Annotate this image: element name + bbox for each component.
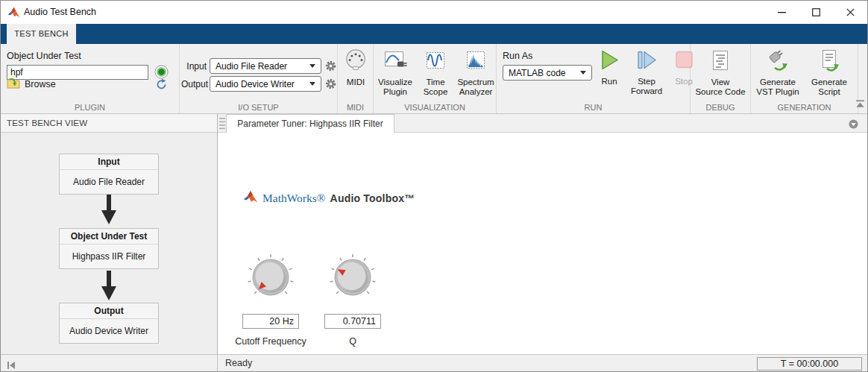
parameter-tuner-panel: Parameter Tuner: Highpass IIR Filter Mat… [218, 114, 867, 354]
generate-vst-plugin-button[interactable]: Generate VST Plugin [751, 44, 805, 98]
source-code-document-icon [708, 48, 732, 78]
run-as-dropdown[interactable]: MATLAB code [503, 65, 592, 81]
status-text: Ready [225, 358, 252, 368]
generate-script-button[interactable]: Generate Script [805, 44, 854, 98]
run-button[interactable]: Run [592, 44, 626, 97]
browse-button[interactable]: Browse [7, 78, 56, 91]
cutoff-frequency-value-input[interactable] [242, 314, 299, 329]
mathworks-logo-icon [243, 189, 258, 207]
section-io-setup: Input Audio File Reader Output Audio Dev… [180, 44, 338, 113]
time-scope-label-line1: Time [426, 78, 444, 88]
generate-vst-label-line2: VST Plugin [756, 87, 799, 98]
brand-row: MathWorks® Audio Toolbox™ [243, 189, 415, 207]
panel-actions-button[interactable] [849, 119, 858, 132]
close-button[interactable] [833, 1, 867, 24]
product-name: Audio Toolbox™ [330, 192, 415, 204]
q-value-input[interactable] [324, 314, 381, 329]
parameter-tuner-content: MathWorks® Audio Toolbox™ [218, 133, 867, 354]
matlab-logo-icon [7, 6, 20, 22]
section-label-run: RUN [497, 103, 690, 112]
chevron-down-icon [309, 82, 315, 86]
time-scope-icon [424, 48, 447, 78]
tab-test-bench[interactable]: TEST BENCH [7, 24, 76, 44]
browse-label: Browse [25, 79, 56, 89]
input-settings-gear-icon[interactable] [325, 60, 336, 75]
section-run: Run As MATLAB code Run [497, 44, 691, 113]
output-dropdown[interactable]: Audio Device Writer [210, 76, 321, 92]
object-under-test-block-body: Highpass IIR Filter [60, 245, 158, 268]
maximize-button[interactable] [799, 1, 833, 24]
generate-vst-plugin-icon [765, 48, 790, 78]
collapse-toolstrip-button[interactable] [855, 98, 865, 111]
visualize-plugin-label-line1: Visualize [378, 78, 412, 88]
output-block-header: Output [60, 303, 158, 319]
step-forward-label-line2: Forward [631, 86, 662, 97]
input-block[interactable]: Input Audio File Reader [59, 154, 159, 195]
step-forward-label-line1: Step [638, 77, 655, 87]
section-label-generation: GENERATION [751, 103, 858, 112]
visualize-plugin-icon [383, 48, 407, 78]
section-debug: View Source Code DEBUG [691, 44, 751, 113]
status-bar-left-cell [1, 355, 218, 372]
section-label-visualization: VISUALIZATION [374, 103, 496, 112]
section-label-io-setup: I/O SETUP [180, 103, 337, 112]
generate-vst-label-line1: Generate [760, 78, 796, 88]
title-bar: Audio Test Bench [1, 1, 867, 24]
run-as-label: Run As [503, 51, 532, 61]
midi-connector-icon [345, 48, 367, 78]
chevron-down-icon [309, 64, 315, 68]
browse-folder-icon [7, 78, 20, 91]
cutoff-frequency-knob[interactable] [246, 253, 295, 302]
spectrum-analyzer-label-line1: Spectrum [457, 78, 494, 88]
collapse-panel-icon[interactable] [7, 359, 16, 372]
reset-button[interactable] [155, 78, 168, 93]
input-block-body: Audio File Reader [60, 170, 158, 194]
input-block-header: Input [60, 154, 158, 170]
minimize-button[interactable] [764, 1, 799, 24]
time-scope-label-line2: Scope [424, 87, 448, 98]
section-visualization: Visualize Plugin Time Scope [374, 44, 497, 113]
flow-arrow-down-icon [101, 195, 117, 227]
tab-parameter-tuner[interactable]: Parameter Tuner: Highpass IIR Filter [226, 114, 394, 133]
window-title: Audio Test Bench [24, 7, 96, 17]
section-generation: Generate VST Plugin Ge [751, 44, 858, 113]
simulation-timer: T = 00:00.000 [757, 357, 862, 371]
audio-test-bench-window: Audio Test Bench TEST BENCH Object Under… [0, 0, 868, 372]
flow-arrow-down-icon [101, 271, 117, 303]
output-settings-gear-icon[interactable] [325, 78, 336, 92]
q-knob[interactable] [328, 253, 377, 302]
midi-button-label: MIDI [347, 78, 365, 88]
object-under-test-block[interactable]: Object Under Test Highpass IIR Filter [59, 228, 159, 269]
view-source-label-line2: Source Code [695, 87, 745, 98]
input-dropdown-value: Audio File Reader [216, 61, 305, 72]
output-block-body: Audio Device Writer [60, 319, 158, 343]
visualize-plugin-button[interactable]: Visualize Plugin [375, 44, 415, 98]
splitter-grip[interactable] [219, 117, 225, 133]
output-dropdown-value: Audio Device Writer [216, 79, 305, 89]
object-under-test-block-header: Object Under Test [60, 229, 158, 245]
time-scope-button[interactable]: Time Scope [415, 44, 456, 98]
midi-button[interactable]: MIDI [338, 44, 374, 87]
q-label: Q [301, 336, 405, 347]
step-forward-button[interactable]: Step Forward [626, 44, 667, 97]
generate-script-icon [817, 48, 841, 78]
run-play-icon [599, 48, 620, 77]
section-label-plugin: PLUGIN [1, 103, 179, 112]
mathworks-wordmark: MathWorks® [262, 192, 326, 205]
spectrum-analyzer-button[interactable]: Spectrum Analyzer [456, 44, 496, 98]
generate-script-label-line2: Script [818, 87, 840, 98]
view-source-code-button[interactable]: View Source Code [691, 44, 750, 98]
step-forward-icon [635, 48, 658, 77]
section-label-midi: MIDI [338, 103, 373, 112]
spectrum-analyzer-icon [464, 48, 488, 78]
status-bar: Ready T = 00:00.000 [1, 354, 867, 372]
run-button-label: Run [601, 77, 617, 87]
toolstrip: Object Under Test Browse [1, 44, 867, 114]
chevron-down-icon [580, 71, 586, 75]
output-label: Output [181, 79, 207, 89]
generate-script-label-line1: Generate [811, 78, 847, 88]
input-dropdown[interactable]: Audio File Reader [210, 58, 321, 74]
output-block[interactable]: Output Audio Device Writer [59, 303, 159, 344]
visualize-plugin-label-line2: Plugin [383, 87, 407, 98]
run-as-dropdown-value: MATLAB code [509, 68, 576, 78]
